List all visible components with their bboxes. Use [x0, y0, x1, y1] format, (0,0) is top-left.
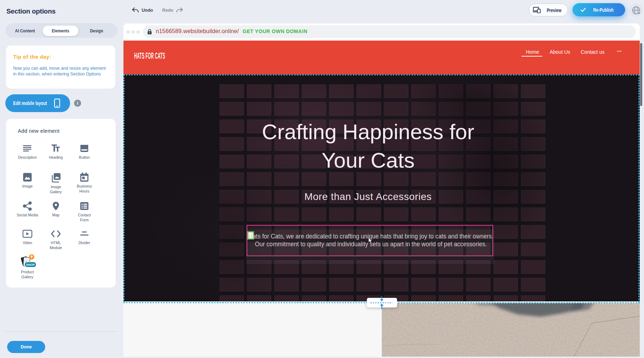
svg-text:SHOP: SHOP — [26, 263, 35, 267]
